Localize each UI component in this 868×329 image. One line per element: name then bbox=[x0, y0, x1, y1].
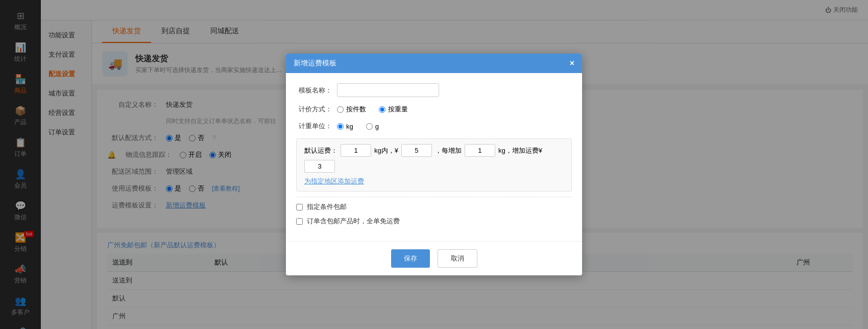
pricing-by-condition[interactable]: 按件数 bbox=[337, 105, 366, 114]
modal-footer: 保存 取消 bbox=[286, 241, 582, 275]
condition-free-shipping-label[interactable]: 指定条件包邮 bbox=[307, 202, 347, 212]
checkbox-condition-row: 指定条件包邮 bbox=[296, 202, 572, 212]
modal-close-button[interactable]: × bbox=[570, 59, 574, 68]
weight-unit-label: 计重单位： bbox=[296, 122, 332, 131]
modal-cancel-button[interactable]: 取消 bbox=[438, 249, 477, 268]
freight-kg1-input[interactable] bbox=[341, 144, 371, 157]
template-name-row: 模板名称： bbox=[296, 83, 572, 97]
freight-label-text: 默认运费： bbox=[304, 146, 337, 155]
order-free-shipping-checkbox[interactable] bbox=[296, 218, 303, 225]
modal-header: 新增运费模板 × bbox=[286, 54, 582, 73]
price-inner: 默认运费： kg内，¥ ，每增加 kg，增加运费¥ bbox=[304, 144, 564, 173]
weight-g[interactable]: g bbox=[366, 123, 379, 130]
weight-kg[interactable]: kg bbox=[337, 123, 353, 130]
modal-save-button[interactable]: 保存 bbox=[391, 249, 430, 268]
pricing-method-row: 计价方式： 按件数 按重量 bbox=[296, 105, 572, 114]
pricing-label: 计价方式： bbox=[296, 105, 332, 114]
modal-body: 模板名称： 计价方式： 按件数 按重量 计重单位： bbox=[286, 73, 582, 241]
default-freight-row: 默认运费： kg内，¥ ，每增加 kg，增加运费¥ 为指定地区添加运费 bbox=[296, 138, 572, 192]
modal-dialog: 新增运费模板 × 模板名称： 计价方式： 按件数 按重量 bbox=[286, 54, 582, 275]
modal-title: 新增运费模板 bbox=[294, 59, 336, 68]
condition-free-shipping-checkbox[interactable] bbox=[296, 204, 303, 210]
modal-divider bbox=[296, 197, 572, 197]
freight-unit1-text: kg内，¥ bbox=[374, 146, 398, 155]
freight-unit2-text: kg，增加运费¥ bbox=[498, 146, 542, 155]
modal-overlay: 新增运费模板 × 模板名称： 计价方式： 按件数 按重量 bbox=[0, 0, 868, 329]
freight-comma-text: ，每增加 bbox=[435, 146, 462, 155]
checkbox-order-row: 订单含包邮产品时，全单免运费 bbox=[296, 217, 572, 226]
freight-price2-input[interactable] bbox=[304, 160, 335, 173]
template-name-input[interactable] bbox=[337, 83, 439, 97]
weight-unit-row: 计重单位： kg g bbox=[296, 122, 572, 131]
freight-kg2-input[interactable] bbox=[465, 144, 495, 157]
pricing-by-weight[interactable]: 按重量 bbox=[379, 105, 408, 114]
order-free-shipping-label[interactable]: 订单含包邮产品时，全单免运费 bbox=[307, 217, 400, 226]
freight-price1-input[interactable] bbox=[401, 144, 432, 157]
add-region-link[interactable]: 为指定地区添加运费 bbox=[304, 177, 564, 186]
template-name-label: 模板名称： bbox=[296, 86, 332, 95]
